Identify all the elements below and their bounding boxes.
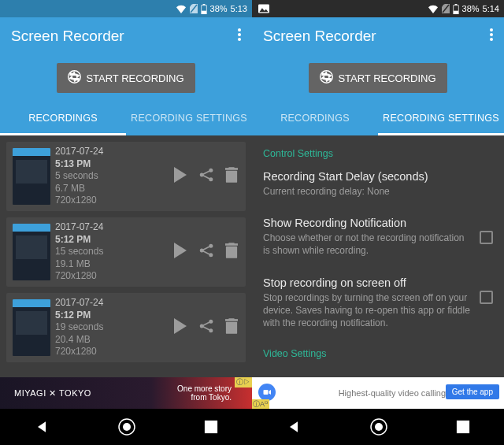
play-icon[interactable] <box>173 318 187 337</box>
adchoices-icon[interactable]: ⓘGoogle DuoAᴰ <box>252 399 269 409</box>
recording-time: 5:12 PM <box>55 234 169 247</box>
start-recording-button[interactable]: START RECORDING <box>57 63 195 93</box>
app-title: Screen Recorder <box>263 28 376 45</box>
recordings-content: 2017-07-24 5:13 PM 5 seconds 6.7 MB 720x… <box>0 135 252 377</box>
svg-rect-23 <box>228 243 234 244</box>
setting-title: Recording Start Delay (seconds) <box>263 170 493 183</box>
record-row: START RECORDING <box>252 55 504 101</box>
svg-point-46 <box>375 423 383 431</box>
phone-left: 38% 5:13 Screen Recorder START RECORDING… <box>0 0 252 445</box>
start-recording-label: START RECORDING <box>338 72 435 84</box>
svg-line-27 <box>203 322 209 325</box>
back-icon[interactable] <box>34 419 50 435</box>
setting-show-notification[interactable]: Show Recording Notification Choose wheth… <box>263 217 493 257</box>
recording-actions <box>173 243 239 261</box>
recording-date: 2017-07-24 <box>55 146 169 158</box>
battery-percent: 38% <box>210 4 228 13</box>
recording-date: 2017-07-24 <box>55 297 169 310</box>
adchoices-icon[interactable]: ⓘ▷ <box>235 377 252 388</box>
play-icon[interactable] <box>173 243 187 261</box>
recording-size: 19.1 MB <box>55 258 169 271</box>
tabs: RECORDINGS RECORDING SETTINGS <box>0 101 252 135</box>
svg-rect-44 <box>264 390 269 395</box>
trash-icon[interactable] <box>225 318 238 337</box>
tabs: RECORDINGS RECORDING SETTINGS <box>252 101 504 135</box>
setting-title: Show Recording Notification <box>263 217 470 229</box>
app-header: Screen Recorder <box>0 17 252 55</box>
svg-rect-21 <box>226 247 237 258</box>
recording-actions <box>173 318 239 337</box>
svg-rect-39 <box>454 6 458 11</box>
recents-icon[interactable] <box>204 420 218 434</box>
start-recording-label: START RECORDING <box>86 72 183 84</box>
svg-line-28 <box>203 327 209 330</box>
setting-sub: Stop recordings by turning the screen of… <box>263 291 470 330</box>
setting-title: Stop recording on screen off <box>263 276 470 289</box>
play-icon[interactable] <box>173 167 187 186</box>
trash-icon[interactable] <box>225 167 238 186</box>
start-recording-button[interactable]: START RECORDING <box>309 63 447 93</box>
svg-point-33 <box>123 423 131 431</box>
overflow-icon[interactable] <box>238 28 241 45</box>
tab-settings[interactable]: RECORDING SETTINGS <box>378 101 504 135</box>
recording-time: 5:12 PM <box>55 310 169 322</box>
recording-meta: 2017-07-24 5:12 PM 19 seconds 20.4 MB 72… <box>55 297 169 358</box>
svg-rect-3 <box>202 6 206 11</box>
svg-point-6 <box>238 38 241 41</box>
ad-banner[interactable]: MIYAGI ✕ TOKYO One more story from Tokyo… <box>0 377 252 409</box>
section-control-settings: Control Settings <box>263 148 493 159</box>
battery-icon <box>453 4 459 14</box>
recording-item[interactable]: 2017-07-24 5:13 PM 5 seconds 6.7 MB 720x… <box>6 142 246 211</box>
overflow-icon[interactable] <box>490 28 493 45</box>
ad-brand: MIYAGI ✕ TOKYO <box>14 388 91 399</box>
svg-rect-34 <box>205 421 217 433</box>
recording-actions <box>173 167 239 186</box>
tab-settings[interactable]: RECORDING SETTINGS <box>126 101 252 135</box>
recording-time: 5:13 PM <box>55 158 169 171</box>
ad-banner[interactable]: Highest-quality video calling* Get the a… <box>252 377 504 409</box>
svg-line-19 <box>203 247 209 250</box>
home-icon[interactable] <box>117 417 136 436</box>
recording-item[interactable]: 2017-07-24 5:12 PM 19 seconds 20.4 MB 72… <box>6 293 246 362</box>
no-sim-icon <box>190 4 198 13</box>
recording-size: 20.4 MB <box>55 334 169 347</box>
wifi-icon <box>176 5 187 13</box>
svg-rect-38 <box>454 4 457 5</box>
clock: 5:13 <box>231 4 247 13</box>
recording-duration: 19 seconds <box>55 321 169 334</box>
ad-cta[interactable]: Get the app <box>446 384 499 399</box>
setting-sub: Choose whether or not the recording noti… <box>263 232 470 257</box>
svg-point-5 <box>238 33 241 36</box>
recording-res: 720x1280 <box>55 346 169 358</box>
tab-recordings[interactable]: RECORDINGS <box>252 101 378 135</box>
clock: 5:14 <box>483 4 499 13</box>
svg-rect-13 <box>226 171 237 183</box>
share-icon[interactable] <box>198 167 214 186</box>
recording-duration: 15 seconds <box>55 246 169 258</box>
recording-res: 720x1280 <box>55 270 169 283</box>
svg-line-20 <box>203 251 209 254</box>
recents-icon[interactable] <box>456 420 470 434</box>
app-title: Screen Recorder <box>11 28 124 45</box>
recording-item[interactable]: 2017-07-24 5:12 PM 15 seconds 19.1 MB 72… <box>6 217 246 287</box>
share-icon[interactable] <box>198 243 214 261</box>
recordings-list: 2017-07-24 5:13 PM 5 seconds 6.7 MB 720x… <box>0 135 252 369</box>
share-icon[interactable] <box>198 318 214 337</box>
thumbnail <box>13 224 50 280</box>
status-bar: 38% 5:13 <box>0 0 252 17</box>
svg-rect-29 <box>226 322 237 334</box>
svg-point-4 <box>238 28 241 32</box>
setting-start-delay[interactable]: Recording Start Delay (seconds) Current … <box>263 170 493 198</box>
battery-icon <box>201 4 207 14</box>
home-icon[interactable] <box>369 417 388 436</box>
svg-line-12 <box>203 176 209 179</box>
recording-meta: 2017-07-24 5:13 PM 5 seconds 6.7 MB 720x… <box>55 146 169 207</box>
recording-date: 2017-07-24 <box>55 221 169 234</box>
back-icon[interactable] <box>286 419 302 435</box>
checkbox[interactable] <box>480 231 493 244</box>
setting-stop-on-screen-off[interactable]: Stop recording on screen off Stop record… <box>263 276 493 330</box>
checkbox[interactable] <box>480 291 493 304</box>
trash-icon[interactable] <box>225 243 238 261</box>
ad-text: Highest-quality video calling* <box>339 388 450 398</box>
tab-recordings[interactable]: RECORDINGS <box>0 101 126 135</box>
